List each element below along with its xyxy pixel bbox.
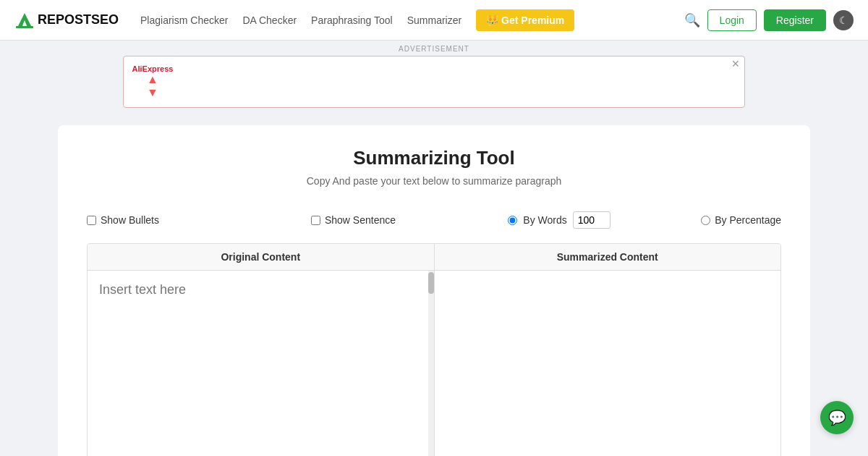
dark-mode-button[interactable]: ☾ <box>833 10 854 30</box>
main-content: Summarizing Tool Copy And paste your tex… <box>58 125 810 456</box>
premium-button[interactable]: 👑 Get Premium <box>476 9 574 31</box>
by-percentage-label[interactable]: By Percentage <box>715 214 781 226</box>
words-count-input[interactable] <box>573 211 610 229</box>
nav-links: Plagiarism Checker DA Checker Paraphrasi… <box>140 9 684 31</box>
show-sentence-label[interactable]: Show Sentence <box>325 214 396 226</box>
search-button[interactable]: 🔍 <box>684 12 700 28</box>
ad-close-button[interactable]: ✕ <box>727 56 744 71</box>
table-body <box>88 271 780 456</box>
arrow-down-icon: ▼ <box>147 86 158 99</box>
nav-da-checker[interactable]: DA Checker <box>242 14 297 26</box>
register-button[interactable]: Register <box>764 9 826 31</box>
login-button[interactable]: Login <box>707 9 757 31</box>
summarized-content-textarea[interactable] <box>435 271 781 456</box>
tool-subtitle: Copy And paste your text below to summar… <box>87 175 781 187</box>
by-words-group: By Words <box>417 211 701 229</box>
content-table: Original Content Summarized Content <box>87 243 781 456</box>
scroll-indicator <box>428 271 434 456</box>
by-percentage-group: By Percentage <box>701 214 781 226</box>
svg-rect-2 <box>16 26 33 28</box>
ad-aliexpress-logo: AliExpress ▲ ▼ <box>124 60 182 104</box>
show-sentence-checkbox[interactable] <box>311 216 320 225</box>
logo[interactable]: REPOSTSEO <box>14 10 119 30</box>
by-words-label[interactable]: By Words <box>523 214 566 226</box>
show-sentence-option: Show Sentence <box>311 214 396 226</box>
arrow-up-icon: ▲ <box>147 73 158 86</box>
chat-bubble-button[interactable]: 💬 <box>820 401 854 434</box>
logo-text: REPOSTSEO <box>38 12 119 28</box>
table-header: Original Content Summarized Content <box>88 244 780 271</box>
ad-label: ADVERTISEMENT <box>0 45 868 53</box>
advertisement-container: ADVERTISEMENT AliExpress ▲ ▼ -30% -48% -… <box>0 41 868 111</box>
by-words-radio[interactable] <box>508 216 517 225</box>
navbar: REPOSTSEO Plagiarism Checker DA Checker … <box>0 0 868 41</box>
original-content-col <box>88 271 435 456</box>
show-bullets-label[interactable]: Show Bullets <box>101 214 159 226</box>
show-bullets-checkbox[interactable] <box>87 216 96 225</box>
nav-right: 🔍 Login Register ☾ <box>684 9 854 31</box>
ad-banner[interactable]: AliExpress ▲ ▼ -30% -48% -17% -27% -27% … <box>123 56 745 108</box>
original-text-wrapper <box>88 271 434 456</box>
col-original-header: Original Content <box>88 244 435 270</box>
options-row: Show Bullets Show Sentence By Words By P… <box>87 204 781 236</box>
nav-summarizer[interactable]: Summarizer <box>407 14 461 26</box>
tool-title: Summarizing Tool <box>87 147 781 169</box>
by-percentage-radio[interactable] <box>701 216 710 225</box>
col-summarized-header: Summarized Content <box>435 244 781 270</box>
original-content-textarea[interactable] <box>88 271 434 456</box>
show-bullets-option: Show Bullets <box>87 214 159 226</box>
nav-plagiarism[interactable]: Plagiarism Checker <box>140 14 228 26</box>
scroll-thumb <box>428 272 434 294</box>
logo-icon <box>14 10 35 30</box>
summarized-content-col <box>435 271 781 456</box>
nav-paraphrasing[interactable]: Paraphrasing Tool <box>311 14 393 26</box>
chat-bubble-icon: 💬 <box>828 409 846 426</box>
